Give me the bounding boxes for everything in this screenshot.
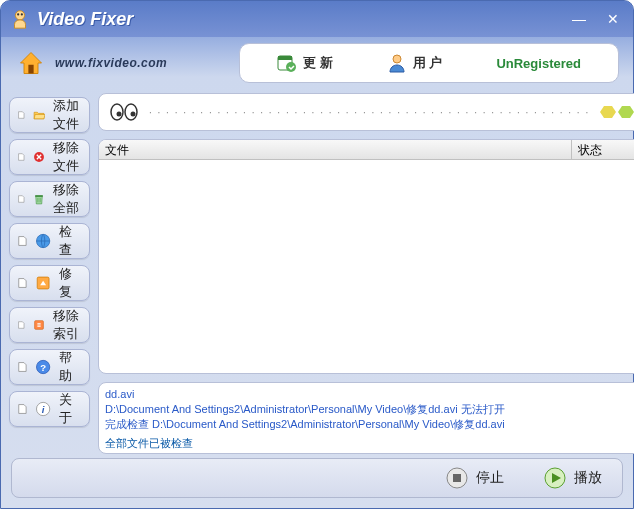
- update-label: 更 新: [303, 54, 333, 72]
- document-icon: [18, 276, 27, 290]
- home-icon: [17, 49, 45, 77]
- svg-point-6: [286, 62, 296, 72]
- remove-all-button[interactable]: 移除全部: [9, 181, 90, 217]
- eyes-icon: [109, 102, 139, 122]
- top-toolbar: 更 新 用 户 UnRegistered: [239, 43, 619, 83]
- add-file-button[interactable]: 添加文件: [9, 97, 90, 133]
- sidebar-item-label: 修 复: [59, 265, 81, 301]
- log-panel: dd.avi D:\Document And Settings2\Adminis…: [98, 382, 634, 454]
- sidebar-item-label: 移除文件: [53, 139, 81, 175]
- register-status[interactable]: UnRegistered: [488, 52, 589, 75]
- user-icon: [387, 53, 407, 73]
- log-line: dd.avi: [105, 387, 634, 402]
- remove-icon: [33, 146, 45, 168]
- user-button[interactable]: 用 户: [379, 49, 451, 77]
- user-label: 用 户: [413, 54, 443, 72]
- sidebar: 添加文件 移除文件 移除全部 检 查 修 复: [9, 93, 90, 483]
- sidebar-item-label: 移除全部: [53, 181, 81, 217]
- app-title: Video Fixer: [37, 9, 567, 30]
- hexagon-icon: [618, 105, 634, 119]
- about-button[interactable]: i 关 于: [9, 391, 90, 427]
- column-status[interactable]: 状态: [572, 140, 634, 159]
- document-icon: [18, 234, 27, 248]
- log-summary: 全部文件已被检查: [105, 436, 634, 451]
- footer-bar: 停止 播放: [11, 458, 623, 498]
- minimize-button[interactable]: —: [567, 9, 591, 29]
- column-file[interactable]: 文件: [99, 140, 572, 159]
- log-line: 完成检查 D:\Document And Settings2\Administr…: [105, 417, 634, 432]
- website-url: www.fixvideo.com: [55, 56, 167, 70]
- svg-point-7: [393, 55, 401, 63]
- remove-file-button[interactable]: 移除文件: [9, 139, 90, 175]
- info-icon: i: [35, 398, 51, 420]
- svg-point-18: [125, 104, 137, 120]
- stop-button[interactable]: 停止: [438, 463, 512, 493]
- svg-rect-3: [28, 65, 33, 74]
- log-line: D:\Document And Settings2\Administrator\…: [105, 402, 634, 417]
- remove-index-button[interactable]: 移除索引: [9, 307, 90, 343]
- svg-text:i: i: [42, 404, 45, 415]
- document-icon: [18, 402, 27, 416]
- app-logo-icon: [9, 8, 31, 30]
- svg-point-0: [15, 11, 24, 20]
- play-icon: [544, 467, 566, 489]
- close-button[interactable]: ✕: [601, 9, 625, 29]
- body: 添加文件 移除文件 移除全部 检 查 修 复: [1, 89, 633, 483]
- document-icon: [18, 108, 25, 122]
- document-icon: [18, 150, 25, 164]
- list-body[interactable]: [99, 160, 634, 373]
- main-panel: · · · · · · · · · · · · · · · · · · · · …: [98, 93, 634, 483]
- help-button[interactable]: ? 帮 助: [9, 349, 90, 385]
- folder-open-icon: [33, 104, 45, 126]
- window-controls: — ✕: [567, 9, 625, 29]
- sidebar-item-label: 帮 助: [59, 349, 81, 385]
- svg-rect-22: [453, 474, 461, 482]
- repair-button[interactable]: 修 复: [9, 265, 90, 301]
- list-header: 文件 状态: [99, 140, 634, 160]
- check-button[interactable]: 检 查: [9, 223, 90, 259]
- trash-icon: [33, 188, 45, 210]
- document-icon: [18, 318, 25, 332]
- svg-rect-12: [34, 321, 43, 330]
- hexagon-icon: [600, 105, 616, 119]
- repair-icon: [35, 272, 51, 294]
- svg-point-19: [117, 112, 122, 117]
- document-icon: [18, 192, 25, 206]
- svg-text:?: ?: [40, 362, 46, 373]
- hex-decoration: [600, 105, 634, 119]
- svg-point-2: [21, 13, 23, 15]
- svg-point-20: [131, 112, 136, 117]
- stop-icon: [446, 467, 468, 489]
- preview-panel: · · · · · · · · · · · · · · · · · · · · …: [98, 93, 634, 131]
- calendar-refresh-icon: [277, 53, 297, 73]
- svg-rect-9: [35, 195, 43, 197]
- remove-index-icon: [33, 314, 45, 336]
- check-globe-icon: [35, 230, 51, 252]
- header-row: www.fixvideo.com 更 新 用 户 UnRegiste: [1, 37, 633, 89]
- svg-point-1: [17, 13, 19, 15]
- play-label: 播放: [574, 469, 602, 487]
- svg-rect-5: [278, 56, 292, 60]
- svg-point-17: [111, 104, 123, 120]
- help-icon: ?: [35, 356, 51, 378]
- progress-dots: · · · · · · · · · · · · · · · · · · · · …: [149, 107, 590, 118]
- sidebar-item-label: 移除索引: [53, 307, 81, 343]
- play-button[interactable]: 播放: [536, 463, 610, 493]
- titlebar: Video Fixer — ✕: [1, 1, 633, 37]
- file-list-panel: 文件 状态: [98, 139, 634, 374]
- sidebar-item-label: 检 查: [59, 223, 81, 259]
- document-icon: [18, 360, 27, 374]
- stop-label: 停止: [476, 469, 504, 487]
- sidebar-item-label: 添加文件: [53, 97, 81, 133]
- sidebar-item-label: 关 于: [59, 391, 81, 427]
- app-window: Video Fixer — ✕ www.fixvideo.com 更 新: [0, 0, 634, 509]
- update-button[interactable]: 更 新: [269, 49, 341, 77]
- register-label: UnRegistered: [496, 56, 581, 71]
